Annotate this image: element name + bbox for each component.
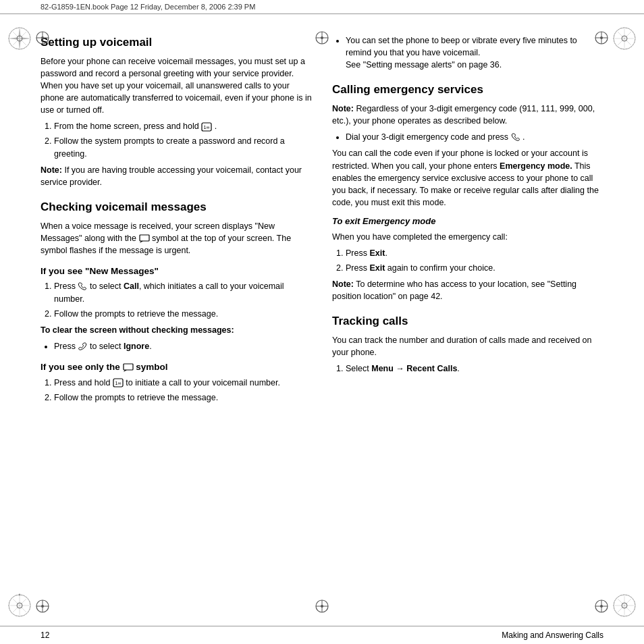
- section2b-steps: Press and hold 1∞ to initiate a call to …: [41, 377, 312, 404]
- voicemail-key-icon: 1∞: [201, 122, 214, 131]
- section2a-clear-label: To clear the screen without checking mes…: [41, 324, 312, 336]
- footer-page-number: 12: [41, 630, 49, 640]
- section3-dial-bullet: Dial your 3-digit emergency code and pre…: [346, 131, 603, 143]
- section2a-steps: Press to select Call, which initiates a …: [41, 280, 312, 319]
- starburst-bottomright: [612, 593, 637, 618]
- section3-title: Calling emergency services: [332, 82, 603, 99]
- crosshair-topleft: [35, 30, 50, 45]
- section1-note: Note: If you are having trouble accessin…: [41, 164, 312, 188]
- section5-steps: Select Menu → Recent Calls.: [332, 363, 603, 375]
- call-icon: [78, 281, 89, 291]
- section2-intro: When a voice message is received, your s…: [41, 220, 312, 257]
- right-column: You can set the phone to beep or vibrate…: [332, 34, 603, 592]
- section2-title: Checking voicemail messages: [41, 199, 312, 216]
- section2a-clear-item: Press to select Ignore.: [54, 340, 312, 352]
- send-icon: [511, 132, 522, 142]
- section5-step1: Select Menu → Recent Calls.: [346, 363, 603, 375]
- section2a-title: If you see "New Messages": [41, 265, 312, 278]
- top-bar: 82-G1859-1EN.book Page 12 Friday, Decemb…: [0, 0, 644, 14]
- voicemail-key-icon2: 1∞: [113, 378, 126, 387]
- section2b-title: If you see only the symbol: [41, 360, 312, 374]
- section5-intro: You can track the number and duration of…: [332, 334, 603, 358]
- svg-point-49: [600, 605, 603, 608]
- book-info: 82-G1859-1EN.book Page 12 Friday, Decemb…: [41, 3, 255, 11]
- section3-body: You can call the code even if your phone…: [332, 147, 603, 209]
- svg-point-23: [321, 36, 323, 39]
- section4-step2: Press Exit again to confirm your choice.: [346, 262, 603, 274]
- footer-chapter: Making and Answering Calls: [502, 630, 603, 640]
- crosshair-bottomleft: [35, 599, 50, 614]
- section2a-clear-list: Press to select Ignore.: [41, 340, 312, 352]
- crosshair-topright: [594, 30, 609, 45]
- svg-point-9: [41, 36, 44, 39]
- svg-point-13: [600, 36, 603, 39]
- section2a-step2: Follow the prompts to retrieve the messa…: [54, 308, 312, 320]
- section2b-step2: Follow the prompts to retrieve the messa…: [54, 392, 312, 404]
- svg-text:1∞: 1∞: [115, 381, 121, 385]
- section3-note: Note: Regardless of your 3-digit emergen…: [332, 103, 603, 127]
- starburst-topright: [612, 26, 637, 51]
- voicemail-reminder-bullet: You can set the phone to beep or vibrate…: [346, 34, 603, 71]
- crosshair-bottomright: [594, 599, 609, 614]
- left-column: Setting up voicemail Before your phone c…: [41, 34, 312, 592]
- section4-intro: When you have completed the emergency ca…: [332, 231, 603, 243]
- section5-title: Tracking calls: [332, 313, 603, 330]
- page-container: 82-G1859-1EN.book Page 12 Friday, Decemb…: [0, 0, 644, 644]
- footer-bar: 12 Making and Answering Calls: [0, 626, 644, 644]
- svg-point-41: [41, 605, 44, 608]
- section4-note: Note: To determine who has access to you…: [332, 278, 603, 302]
- section4-title: To exit Emergency mode: [332, 215, 603, 228]
- content-area: Setting up voicemail Before your phone c…: [0, 14, 644, 612]
- section2b-step1: Press and hold 1∞ to initiate a call to …: [54, 377, 312, 389]
- section1-title: Setting up voicemail: [41, 34, 312, 51]
- starburst-bottomleft: [7, 593, 32, 618]
- svg-rect-26: [140, 235, 149, 241]
- section3-list: Dial your 3-digit emergency code and pre…: [332, 131, 603, 143]
- section1-steps: From the home screen, press and hold 1∞ …: [41, 120, 312, 159]
- section2a-step1: Press to select Call, which initiates a …: [54, 280, 312, 304]
- crosshair-centertop: [315, 30, 329, 45]
- svg-point-45: [321, 605, 323, 608]
- section4-step1: Press Exit.: [346, 247, 603, 259]
- starburst-topleft: [7, 26, 32, 51]
- section4-steps: Press Exit. Press Exit again to confirm …: [332, 247, 603, 274]
- section1-step1: From the home screen, press and hold 1∞ …: [54, 120, 312, 132]
- msg-icon-inline2: [123, 362, 136, 372]
- message-icon: [139, 234, 152, 243]
- crosshair-centerbottom: [315, 599, 329, 614]
- down-icon: [78, 342, 89, 351]
- section1-intro: Before your phone can receive voicemail …: [41, 55, 312, 117]
- svg-rect-28: [124, 364, 133, 370]
- svg-text:1∞: 1∞: [204, 125, 210, 130]
- section1-step2: Follow the system prompts to create a pa…: [54, 135, 312, 159]
- right-bullet-list: You can set the phone to beep or vibrate…: [332, 34, 603, 71]
